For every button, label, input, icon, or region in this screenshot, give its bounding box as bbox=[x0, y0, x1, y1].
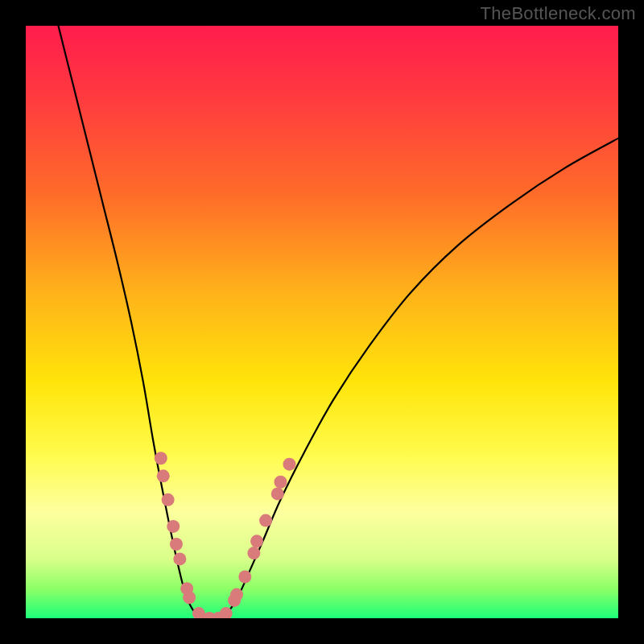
data-marker bbox=[162, 493, 175, 506]
chart-svg bbox=[26, 26, 618, 618]
data-marker bbox=[274, 476, 287, 489]
data-marker bbox=[283, 458, 296, 471]
data-marker bbox=[155, 452, 167, 464]
data-marker bbox=[167, 520, 180, 533]
data-marker bbox=[238, 570, 251, 583]
data-marker bbox=[170, 538, 183, 551]
data-marker bbox=[247, 547, 260, 559]
watermark-text: TheBottleneck.com bbox=[481, 3, 636, 24]
data-marker bbox=[259, 514, 272, 527]
data-marker bbox=[173, 552, 186, 565]
chart-frame: TheBottleneck.com bbox=[0, 0, 644, 644]
data-marker bbox=[183, 591, 196, 604]
data-marker bbox=[271, 487, 284, 500]
data-marker bbox=[157, 469, 170, 482]
data-marker bbox=[250, 535, 263, 547]
data-marker bbox=[230, 588, 243, 601]
chart-canvas bbox=[26, 26, 618, 618]
chart-background bbox=[26, 26, 618, 618]
